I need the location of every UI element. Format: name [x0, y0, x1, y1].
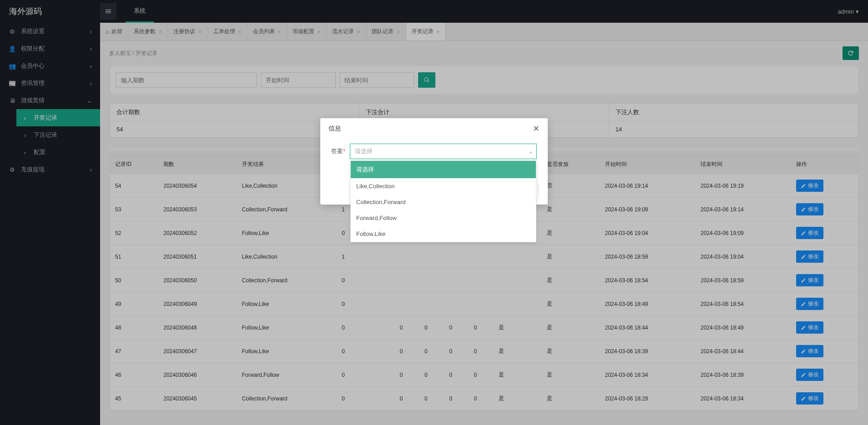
caret-up-icon: ▴ — [530, 149, 532, 154]
dropdown-option[interactable]: Like,Collection — [351, 178, 536, 194]
dropdown-option[interactable]: Collection,Forward — [351, 194, 536, 210]
dropdown-option[interactable]: Forward,Follow — [351, 210, 536, 226]
answer-label: 答案* — [331, 147, 345, 155]
answer-select[interactable]: 请选择 ▴ 请选择 Like,Collection Collection,For… — [350, 144, 537, 159]
modal-close-button[interactable]: ✕ — [533, 124, 540, 134]
edit-modal: 信息 ✕ 答案* 请选择 ▴ 请选择 Like,Collection Colle… — [320, 118, 548, 205]
modal-title: 信息 — [328, 125, 341, 133]
answer-dropdown: 请选择 Like,Collection Collection,Forward F… — [350, 160, 536, 242]
select-placeholder: 请选择 — [355, 147, 373, 155]
dropdown-option[interactable]: 请选择 — [351, 161, 536, 178]
dropdown-option[interactable]: Follow,Like — [351, 226, 536, 242]
modal-overlay[interactable]: 信息 ✕ 答案* 请选择 ▴ 请选择 Like,Collection Colle… — [0, 0, 868, 425]
